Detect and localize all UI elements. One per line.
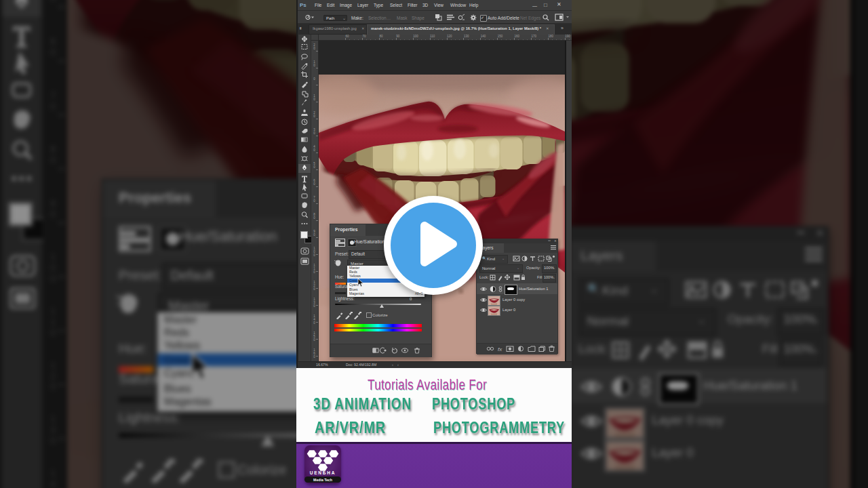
svg-text:fx: fx: [498, 346, 502, 352]
